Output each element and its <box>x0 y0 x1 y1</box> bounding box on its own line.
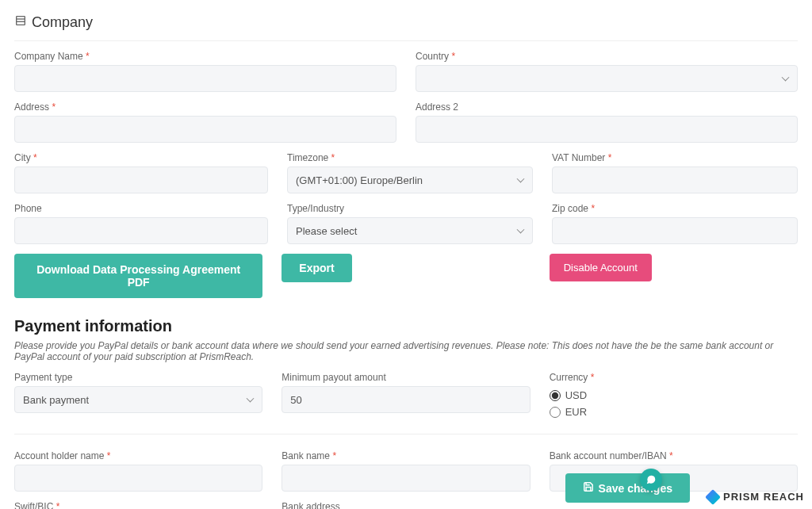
chat-icon[interactable] <box>640 469 662 491</box>
country-label: Country * <box>416 51 798 62</box>
disable-account-button[interactable]: Disable Account <box>550 254 652 281</box>
company-name-label: Company Name * <box>14 51 396 62</box>
save-icon <box>583 481 594 495</box>
payment-info-helper: Please provide you PayPal details or ban… <box>14 340 798 362</box>
currency-label: Currency * <box>550 372 798 383</box>
phone-input[interactable] <box>14 217 268 244</box>
svg-rect-0 <box>17 17 25 25</box>
brand-icon <box>705 489 721 505</box>
address2-label: Address 2 <box>416 101 798 113</box>
zip-input[interactable] <box>552 217 798 244</box>
country-select[interactable] <box>416 65 798 92</box>
address-label: Address * <box>14 101 396 113</box>
type-industry-select[interactable]: Please select <box>287 217 533 244</box>
currency-usd-radio[interactable] <box>550 390 561 401</box>
type-industry-label: Type/Industry <box>287 203 533 214</box>
company-section-header: Company <box>14 14 798 41</box>
export-button[interactable]: Export <box>282 254 351 282</box>
download-dpa-button[interactable]: Download Data Processing Agreement PDF <box>14 254 262 298</box>
address2-input[interactable] <box>416 116 798 143</box>
bank-name-input[interactable] <box>282 465 530 492</box>
payment-type-label: Payment type <box>14 372 262 383</box>
city-input[interactable] <box>14 166 268 193</box>
vat-input[interactable] <box>552 166 798 193</box>
company-icon <box>14 14 27 31</box>
phone-label: Phone <box>14 203 268 214</box>
holder-label: Account holder name * <box>14 450 262 461</box>
payment-type-select[interactable]: Bank payment <box>14 386 262 413</box>
currency-eur-radio[interactable] <box>550 407 561 418</box>
bank-name-label: Bank name * <box>282 450 530 461</box>
min-payout-input[interactable] <box>282 386 530 413</box>
payment-info-title: Payment information <box>14 317 798 335</box>
company-title: Company <box>32 14 93 31</box>
timezone-label: Timezone * <box>287 152 533 163</box>
min-payout-label: Minimum payout amount <box>282 372 530 383</box>
vat-label: VAT Number * <box>552 152 798 163</box>
address-input[interactable] <box>14 116 396 143</box>
company-name-input[interactable] <box>14 65 396 92</box>
currency-usd-option[interactable]: USD <box>550 389 798 401</box>
city-label: City * <box>14 152 268 163</box>
holder-input[interactable] <box>14 465 262 492</box>
timezone-select[interactable]: (GMT+01:00) Europe/Berlin <box>287 166 533 193</box>
bank-address-label: Bank address <box>282 501 530 509</box>
brand-logo: PRISM REACH <box>703 491 804 503</box>
swift-label: Swift/BIC * <box>14 501 262 509</box>
iban-label: Bank account number/IBAN * <box>550 450 798 461</box>
save-changes-button[interactable]: Save changes <box>565 473 690 503</box>
currency-eur-option[interactable]: EUR <box>550 406 798 418</box>
zip-label: Zip code * <box>552 203 798 214</box>
divider <box>14 434 798 434</box>
